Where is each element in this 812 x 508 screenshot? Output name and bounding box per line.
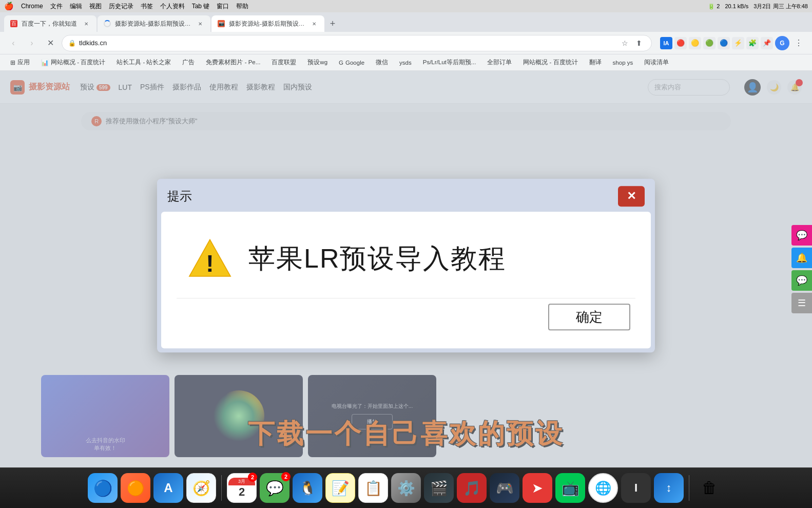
ext-1[interactable]: 🔴 [674,37,687,49]
svg-text:!: ! [206,250,214,277]
address-text: tldkids.cn [79,39,615,47]
dock-qq[interactable]: 🐧 [293,473,322,503]
apple-menu[interactable]: 🍎 [4,2,14,11]
bookmark-baidu-stats[interactable]: 📊 网站概况 - 百度统计 [37,57,109,68]
bookmark-baidu-union-label: 百度联盟 [272,59,296,66]
tab-bar: 百 百度一下，你就知道 ✕ 摄影资源站-摄影后期预设资源... ✕ 📷 摄影资源… [0,12,812,32]
bookmark-apps[interactable]: ⊞ 应用 [6,57,34,68]
bookmark-google[interactable]: G Google [335,58,369,67]
ext-ia[interactable]: IA [660,37,672,49]
new-tab-button[interactable]: + [325,16,340,31]
tab-baidu[interactable]: 百 百度一下，你就知道 ✕ [4,15,96,32]
forward-button[interactable]: › [25,36,39,50]
bookmark-preset-wg[interactable]: 预设wg [303,57,332,68]
dock-trash[interactable]: 🗑 [694,473,724,503]
dock-reminders[interactable]: 📋 [358,473,388,503]
loading-spinner [104,20,111,27]
bookmark-address-button[interactable]: ☆ [618,37,631,49]
tab-close-photo1[interactable]: ✕ [196,20,204,28]
back-button[interactable]: ‹ [6,36,21,50]
web-content: 📷 摄影资源站 预设 599 LUT PS插件 摄影作品 使用教程 摄影教程 国… [0,71,812,467]
tab-photography-2[interactable]: 📷 摄影资源站-摄影后期预设资源... ✕ [211,15,324,32]
bookmark-orders[interactable]: 全部订单 [483,57,516,68]
dialog-ok-button[interactable]: 确定 [548,304,630,330]
menubar-window[interactable]: 窗口 [217,2,229,11]
bookmark-google-label: Google [345,60,364,66]
toolbar: ‹ › ✕ 🔒 tldkids.cn ☆ ⬆ IA 🔴 🟡 🟢 🔵 ⚡ 🧩 📌 … [0,32,812,54]
menu-button[interactable]: ⋮ [791,36,806,50]
dock-notes[interactable]: 📝 [325,473,355,503]
pin-icon[interactable]: 📌 [761,37,773,49]
dock-iqiyi[interactable]: 📺 [555,473,585,503]
apps-icon: ⊞ [10,59,15,66]
profile-button[interactable]: G [775,36,789,50]
bookmark-baidu-stats2[interactable]: 网站概况 - 百度统计 [519,57,582,68]
ext-5[interactable]: ⚡ [732,37,744,49]
ext-2[interactable]: 🟡 [689,37,701,49]
bookmark-baidu-union[interactable]: 百度联盟 [267,57,300,68]
bookmark-translate[interactable]: 翻译 [585,57,606,68]
bookmark-apps-label: 应用 [17,59,30,66]
tab-favicon-photo2: 📷 [218,20,225,27]
dialog-titlebar: 提示 ✕ [157,179,655,212]
dock-appstore[interactable]: A [153,473,183,503]
bookmark-ps-lr[interactable]: Ps/Lr/Lut等后期预... [419,57,480,68]
dock-arrow[interactable]: ➤ [523,473,552,503]
dock-safari[interactable]: 🧭 [186,473,216,503]
dock: 🔵 🟠 A 🧭 3月 2 2 💬 2 🐧 📝 📋 ⚙️ 🎬 🎵 [0,467,812,508]
menubar-chrome[interactable]: Chrome [21,3,43,10]
menubar-battery: 20.1 kB/s [725,3,748,9]
menubar-history[interactable]: 历史记录 [109,2,133,11]
bookmark-reading-list[interactable]: 阅读清单 [640,57,673,68]
dock-wechat[interactable]: 💬 2 [260,473,289,503]
sidebar-notification-icon[interactable]: 🔔 [791,248,812,268]
dock-netease[interactable]: 🎵 [457,473,487,503]
dock-fcpx[interactable]: 🎬 [424,473,454,503]
dock-steam[interactable]: 🎮 [490,473,519,503]
dock-app-blue[interactable]: ↕ [654,473,684,503]
dialog-content: ! 苹果LR预设导入教程 [177,227,635,296]
tab-close-baidu[interactable]: ✕ [82,20,90,28]
menubar-bookmarks[interactable]: 书签 [141,2,153,11]
dock-launchpad[interactable]: 🟠 [121,473,150,503]
sidebar-wechat-icon[interactable]: 💬 [791,270,812,291]
ext-puzzle[interactable]: 🧩 [746,37,759,49]
bookmark-ads[interactable]: 广告 [178,57,199,68]
bookmark-ysds-label: ysds [399,60,412,66]
dock-divider-1 [221,475,222,501]
dock-calendar[interactable]: 3月 2 2 [227,473,257,503]
ext-4[interactable]: 🔵 [718,37,730,49]
bookmark-free-img[interactable]: 免费素材图片 - Pe... [202,57,264,68]
dock-finder[interactable]: 🔵 [88,473,118,503]
bookmark-wechat-bm-label: 微信 [376,59,388,66]
tab-close-photo2[interactable]: ✕ [310,20,318,28]
sidebar-menu-icon[interactable]: ☰ [791,293,812,313]
ext-3[interactable]: 🟢 [703,37,716,49]
bookmark-shop-ys[interactable]: shop ys [609,58,637,67]
address-bar[interactable]: 🔒 tldkids.cn ☆ ⬆ [62,35,652,51]
dock-chrome[interactable]: 🌐 [588,473,618,503]
warning-icon: ! [187,237,233,280]
menubar-file[interactable]: 文件 [50,2,63,11]
bookmark-ysds[interactable]: ysds [395,58,416,67]
menubar-edit[interactable]: 编辑 [70,2,82,11]
menubar-help[interactable]: 帮助 [236,2,248,11]
tab-favicon-baidu: 百 [10,20,17,27]
tab-title-photo2: 摄影资源站-摄影后期预设资源... [229,20,306,28]
dialog-close-button[interactable]: ✕ [618,186,645,206]
dock-system-prefs[interactable]: ⚙️ [391,473,421,503]
bookmark-wechat-bm[interactable]: 微信 [372,57,392,68]
reload-button[interactable]: ✕ [43,36,57,50]
menubar-tab[interactable]: Tab 键 [192,2,210,11]
bookmarks-bar: ⊞ 应用 📊 网站概况 - 百度统计 站长工具 - 站长之家 广告 免费素材图片… [0,54,812,71]
tab-title-photo1: 摄影资源站-摄影后期预设资源... [115,20,192,28]
bookmark-webmaster[interactable]: 站长工具 - 站长之家 [112,57,175,68]
tab-photography-1[interactable]: 摄影资源站-摄影后期预设资源... ✕ [98,15,210,32]
menubar-view[interactable]: 视图 [89,2,102,11]
sidebar-chat-icon[interactable]: 💬 [791,225,812,246]
menubar-profile[interactable]: 个人资料 [160,2,185,11]
dialog-footer: 确定 [177,298,635,333]
share-address-button[interactable]: ⬆ [633,37,645,49]
calendar-badge: 2 [248,473,257,482]
dock-ikey[interactable]: I [621,473,651,503]
